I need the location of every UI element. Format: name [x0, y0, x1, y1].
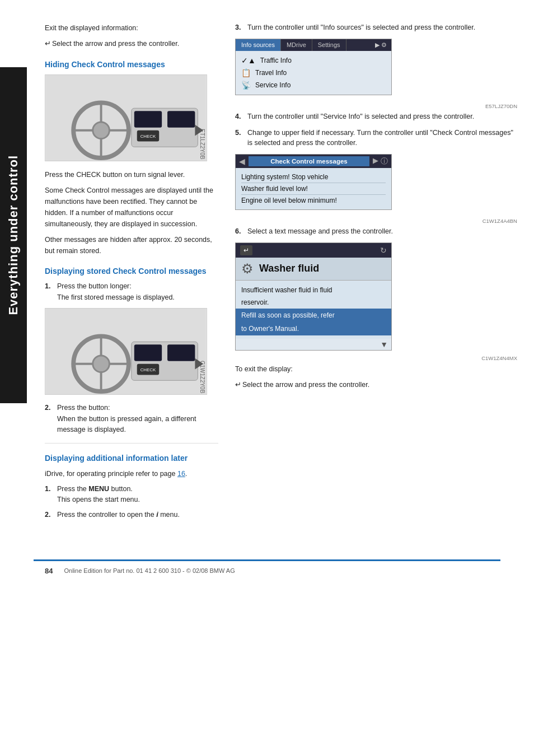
traffic-icon: ✓▲: [241, 56, 256, 65]
sidebar-label: Everything under control: [0, 67, 27, 403]
cc-message-3: Engine oil level below minimum!: [241, 195, 386, 206]
step-5: 5. Change to upper field if necessary. T…: [235, 128, 517, 149]
car-image-2: CHECK C1W1Z2Y0B: [45, 308, 207, 395]
svg-point-15: [93, 356, 110, 372]
step-a2: 2. Press the controller to open the i me…: [45, 510, 218, 520]
wf-refresh-icon: ↻: [380, 246, 387, 255]
storing-steps-list: 1. Press the button longer: The first st…: [45, 281, 218, 303]
step5-list: 5. Change to upper field if necessary. T…: [235, 128, 517, 149]
separator: [45, 443, 218, 444]
tab-settings[interactable]: Settings: [312, 39, 346, 51]
right-exit-heading: To exit the display:: [235, 363, 517, 375]
step-1: 1. Press the button longer: The first st…: [45, 281, 218, 303]
cc-arrow-right: ▶: [373, 156, 378, 166]
displaying-additional-heading: Displaying additional information later: [45, 454, 218, 463]
svg-rect-21: [134, 344, 162, 361]
check-button-text: Press the CHECK button on turn signal le…: [45, 169, 218, 180]
svg-rect-22: [167, 344, 195, 361]
service-icon: 📡: [241, 81, 251, 90]
hiding-section-heading: Hiding Check Control messages: [45, 60, 218, 69]
wf-back-button[interactable]: ↵: [240, 245, 252, 255]
cc-message-1: Lighting system! Stop vehicle: [241, 171, 386, 183]
idrive-tabs: Info sources MDrive Settings ▶ ⚙: [236, 39, 391, 51]
idrive-screen: Info sources MDrive Settings ▶ ⚙ ✓▲ Traf…: [235, 39, 392, 95]
page-number: 84: [45, 567, 53, 575]
idrive-items: ✓▲ Traffic Info 📋 Travel Info 📡 Service …: [236, 51, 391, 95]
cc-icon-right: ⓘ: [381, 156, 388, 166]
step-2: 2. Press the button: When the button is …: [45, 403, 218, 435]
footer: 84 Online Edition for Part no. 01 41 2 6…: [34, 559, 500, 581]
wf-scroll-indicator: ▼: [236, 339, 391, 350]
wf-body: Insufficient washer fluid in fluid reser…: [236, 281, 391, 339]
idrive-item-travel: 📋 Travel Info: [241, 67, 386, 79]
step6-list: 6. Select a text message and press the c…: [235, 226, 517, 237]
wf-line-3: Refill as soon as possible, refer: [236, 309, 391, 322]
idrive-item-service-label: Service Info: [255, 81, 291, 89]
exit-info-heading: Exit the displayed information:: [45, 22, 218, 34]
screen1-caption: E57LJZ70DN: [235, 103, 517, 109]
para2: Other messages are hidden after approx. …: [45, 234, 218, 256]
cc-screen: ◀ Check Control messages ▶ ⓘ Lighting sy…: [235, 154, 392, 210]
tab-arrow: ▶ ⚙: [371, 39, 391, 51]
additional-steps-list: 1. Press the MENU button. This opens the…: [45, 484, 218, 520]
right-column: 3. Turn the controller until "Info sourc…: [235, 22, 517, 526]
step-4: 4. Turn the controller until "Service In…: [235, 111, 517, 122]
footer-text: Online Edition for Part no. 01 41 2 600 …: [64, 567, 235, 574]
step4-list: 4. Turn the controller until "Service In…: [235, 111, 517, 122]
wf-line-4: to Owner's Manual.: [236, 322, 391, 335]
para1: Some Check Control messages are displaye…: [45, 185, 218, 230]
wf-line-1: Insufficient washer fluid in fluid: [241, 284, 386, 296]
cc-header-right: ▶ ⓘ: [373, 156, 388, 166]
wf-gear-icon: ⚙: [241, 261, 254, 277]
right-steps-list: 3. Turn the controller until "Info sourc…: [235, 22, 517, 33]
svg-rect-9: [167, 111, 195, 128]
cc-message-2: Washer fluid level low!: [241, 183, 386, 195]
cc-header: ◀ Check Control messages ▶ ⓘ: [236, 155, 391, 168]
screen3-caption: C1W1Z4N4MX: [235, 355, 517, 361]
cc-messages: Lighting system! Stop vehicle Washer flu…: [236, 168, 391, 209]
wf-title: Washer fluid: [259, 263, 319, 274]
idrive-item-travel-label: Travel Info: [255, 69, 287, 77]
travel-icon: 📋: [241, 68, 251, 77]
cc-arrow-left: ◀: [239, 157, 245, 166]
idrive-item-service: 📡 Service Info: [241, 79, 386, 91]
svg-text:CHECK: CHECK: [140, 367, 156, 372]
wf-title-row: ⚙ Washer fluid: [236, 258, 391, 281]
tab-info-sources[interactable]: Info sources: [236, 39, 281, 51]
svg-point-2: [93, 122, 110, 139]
idrive-item-traffic: ✓▲ Traffic Info: [241, 54, 386, 67]
wf-line-2: reservoir.: [241, 296, 386, 309]
car-image-1: CHECK ET1LZ2Y0B: [45, 74, 207, 161]
right-exit-instruction: ↵Select the arrow and press the controll…: [235, 379, 517, 391]
wf-header: ↵ ↻: [236, 243, 391, 258]
screen2-caption: C1W1Z4A4BN: [235, 218, 517, 224]
step2-list: 2. Press the button: When the button is …: [45, 403, 218, 435]
tab-mdrive[interactable]: MDrive: [281, 39, 312, 51]
left-column: Exit the displayed information: ↵Select …: [45, 22, 218, 526]
displaying-stored-heading: Displaying stored Check Control messages: [45, 267, 218, 276]
idrive-ref-link[interactable]: 16: [177, 470, 185, 478]
step-a1: 1. Press the MENU button. This opens the…: [45, 484, 218, 506]
step-3: 3. Turn the controller until "Info sourc…: [235, 22, 517, 33]
cc-header-title: Check Control messages: [249, 156, 369, 166]
svg-text:CHECK: CHECK: [140, 133, 156, 138]
step-6: 6. Select a text message and press the c…: [235, 226, 517, 237]
idrive-item-traffic-label: Traffic Info: [260, 57, 292, 64]
exit-info-instruction: ↵Select the arrow and press the controll…: [45, 38, 218, 50]
svg-rect-8: [134, 111, 162, 128]
wf-screen: ↵ ↻ ⚙ Washer fluid Insufficient washer f…: [235, 242, 392, 351]
idrive-ref: iDrive, for operating principle refer to…: [45, 468, 218, 479]
i-menu-icon: i: [156, 511, 158, 519]
